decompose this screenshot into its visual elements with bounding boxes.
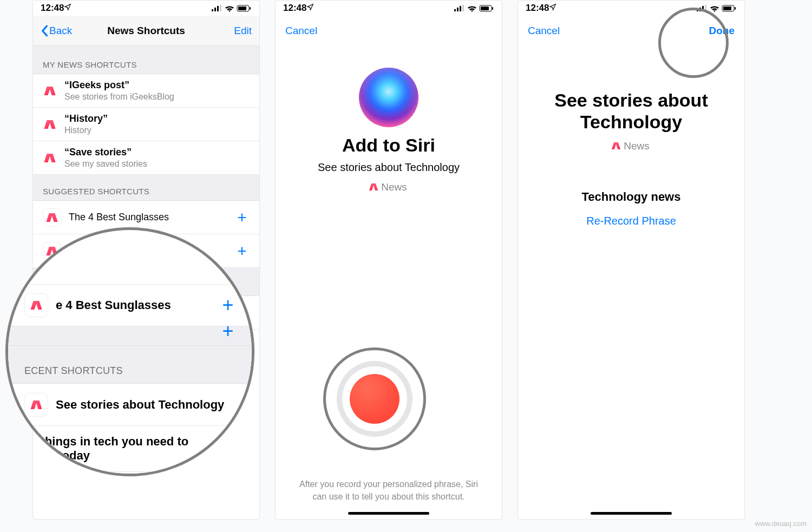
suggested-title: e 4 Best Sunglasses — [56, 298, 213, 312]
magnifier-record-button — [323, 347, 426, 450]
nav-bar: Cancel — [276, 16, 502, 46]
news-icon — [43, 117, 57, 132]
spacer-zoom: + — [8, 326, 252, 346]
status-icons — [454, 5, 494, 12]
status-bar: 12:48 — [276, 1, 502, 16]
app-source: News — [276, 181, 502, 193]
recorded-phrase: Technology news — [518, 190, 744, 204]
shortcut-title: “Save stories” — [64, 147, 250, 158]
status-bar: 12:48 — [33, 1, 259, 16]
wifi-icon — [467, 5, 477, 12]
shortcut-subtitle: See stories from iGeeksBlog — [64, 92, 250, 102]
signal-icon — [454, 5, 465, 11]
location-icon — [306, 3, 314, 14]
nav-bar: Back News Shortcuts Edit — [33, 16, 259, 46]
svg-rect-8 — [457, 8, 459, 11]
screen-recorded-phrase: 12:48 Cancel Done See stories about Tech… — [518, 0, 745, 520]
wifi-icon — [225, 5, 234, 12]
shortcut-heading: See stories about Technology — [518, 89, 744, 133]
svg-rect-20 — [735, 7, 736, 10]
status-time: 12:48 — [526, 3, 549, 14]
news-icon — [43, 84, 57, 98]
cancel-button[interactable]: Cancel — [285, 25, 317, 37]
shortcut-subtitle: See my saved stories — [64, 159, 250, 169]
shortcut-row[interactable]: “History” History — [33, 108, 259, 141]
news-icon — [24, 293, 48, 317]
app-name: News — [381, 181, 407, 193]
wifi-icon — [710, 5, 719, 12]
svg-rect-19 — [723, 6, 731, 10]
svg-rect-3 — [220, 5, 221, 11]
news-icon — [613, 140, 619, 152]
back-label: Back — [49, 25, 72, 37]
recent-title: See stories about Technology — [56, 398, 235, 412]
status-time: 12:48 — [283, 3, 306, 14]
section-recent-zoom: ECENT SHORTCUTS — [8, 346, 252, 384]
status-icons — [212, 5, 252, 12]
back-button[interactable]: Back — [41, 25, 78, 37]
battery-icon — [722, 5, 737, 12]
chevron-left-icon — [41, 25, 48, 37]
recent-row-zoom[interactable]: See stories about Technology — [8, 384, 252, 426]
svg-rect-5 — [238, 6, 246, 10]
cancel-button[interactable]: Cancel — [528, 25, 560, 37]
svg-rect-13 — [492, 7, 493, 10]
watermark: www.deuaq.com — [755, 520, 807, 528]
add-to-siri-title: Add to Siri — [276, 135, 502, 156]
suggested-row-zoom[interactable]: e 4 Best Sunglasses + — [8, 284, 252, 326]
svg-rect-6 — [250, 7, 251, 10]
svg-rect-12 — [481, 6, 489, 10]
svg-rect-0 — [212, 9, 213, 11]
shortcut-row[interactable]: “Save stories” See my saved stories — [33, 141, 259, 175]
home-indicator[interactable] — [348, 512, 429, 515]
record-icon — [350, 374, 400, 424]
suggested-title: The 4 Best Sunglasses — [69, 212, 227, 223]
news-icon — [370, 181, 377, 193]
record-button[interactable] — [337, 361, 412, 437]
svg-rect-1 — [214, 8, 216, 11]
shortcut-title: “History” — [64, 113, 250, 124]
record-hint: After you record your personalized phras… — [276, 478, 502, 503]
re-record-button[interactable]: Re-Record Phrase — [518, 215, 744, 227]
section-my-shortcuts: MY NEWS SHORTCUTS — [33, 46, 259, 74]
svg-rect-7 — [454, 9, 456, 11]
add-button[interactable]: + — [220, 321, 235, 341]
shortcut-subtitle: History — [64, 126, 250, 135]
svg-rect-9 — [460, 6, 461, 11]
battery-icon — [237, 5, 252, 12]
app-source: News — [518, 140, 744, 152]
siri-icon — [359, 68, 418, 127]
news-icon — [43, 151, 57, 165]
shortcut-row[interactable]: “IGeeks post” See stories from iGeeksBlo… — [33, 74, 259, 108]
status-time: 12:48 — [41, 3, 64, 14]
battery-icon — [479, 5, 494, 12]
home-indicator[interactable] — [591, 512, 672, 515]
shortcut-description: See stories about Technology — [276, 161, 502, 174]
edit-button[interactable]: Edit — [214, 25, 252, 37]
svg-rect-2 — [217, 6, 219, 11]
news-icon — [24, 393, 48, 417]
news-icon — [43, 208, 61, 227]
add-button[interactable]: + — [220, 295, 235, 315]
magnifier-done-button — [658, 8, 729, 78]
svg-rect-10 — [462, 5, 464, 11]
location-icon — [64, 3, 71, 14]
signal-icon — [212, 5, 222, 11]
section-suggested: SUGGESTED SHORTCUTS — [33, 175, 259, 201]
add-button[interactable]: + — [234, 243, 250, 259]
shortcut-title: “IGeeks post” — [64, 80, 250, 91]
nav-title: News Shortcuts — [78, 25, 214, 37]
location-icon — [549, 3, 556, 14]
magnifier-recent-shortcuts: e 4 Best Sunglasses + + ECENT SHORTCUTS … — [5, 227, 254, 476]
app-name: News — [624, 140, 650, 152]
add-button[interactable]: + — [234, 209, 250, 226]
